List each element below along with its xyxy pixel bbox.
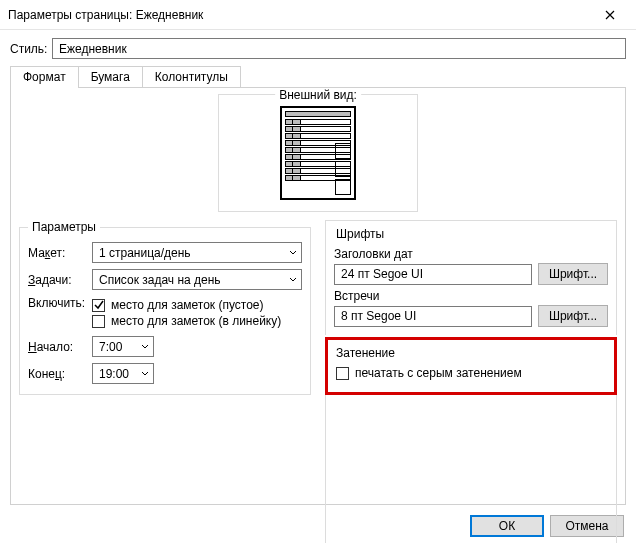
style-label: Стиль: — [10, 42, 52, 56]
right-spacer — [325, 395, 617, 543]
date-headers-value: 24 пт Segoe UI — [334, 264, 532, 285]
layout-combo[interactable] — [92, 242, 302, 263]
close-button[interactable] — [590, 1, 630, 29]
layout-input[interactable] — [92, 242, 302, 263]
layout-preview — [280, 106, 356, 200]
shading-checkbox-label: печатать с серым затенением — [355, 366, 522, 380]
shading-group-highlight: Затенение печатать с серым затенением — [325, 337, 617, 395]
parameters-legend: Параметры — [28, 220, 100, 234]
style-input[interactable]: Ежедневник — [52, 38, 626, 59]
shading-checkbox-row[interactable]: печатать с серым затенением — [336, 366, 606, 380]
tasks-combo[interactable] — [92, 269, 302, 290]
tab-format[interactable]: Формат — [10, 66, 79, 88]
date-headers-label: Заголовки дат — [334, 247, 608, 261]
parameters-group: Параметры Макет: Задачи: — [19, 220, 311, 395]
include-notes-lined-label: место для заметок (в линейку) — [111, 314, 281, 328]
include-notes-empty-label: место для заметок (пустое) — [111, 298, 264, 312]
end-label: Конец: — [28, 367, 92, 381]
include-notes-empty-row[interactable]: место для заметок (пустое) — [92, 298, 302, 312]
appointments-value: 8 пт Segoe UI — [334, 306, 532, 327]
start-label: Начало: — [28, 340, 92, 354]
include-label: Включить: — [28, 296, 92, 310]
tasks-label: Задачи: — [28, 273, 92, 287]
window-title: Параметры страницы: Ежедневник — [8, 8, 590, 22]
appearance-group: Внешний вид: — [218, 94, 418, 212]
end-input[interactable] — [92, 363, 154, 384]
font-button-appointments[interactable]: Шрифт... — [538, 305, 608, 327]
fonts-legend: Шрифты — [332, 227, 388, 241]
start-input[interactable] — [92, 336, 154, 357]
checkbox-print-shading[interactable] — [336, 367, 349, 380]
tab-paper[interactable]: Бумага — [78, 66, 143, 88]
end-combo[interactable] — [92, 363, 154, 384]
checkbox-notes-empty[interactable] — [92, 299, 105, 312]
checkbox-notes-lined[interactable] — [92, 315, 105, 328]
titlebar: Параметры страницы: Ежедневник — [0, 0, 636, 30]
layout-label: Макет: — [28, 246, 92, 260]
tab-headers-footers[interactable]: Колонтитулы — [142, 66, 241, 88]
appearance-legend: Внешний вид: — [275, 88, 361, 102]
include-notes-lined-row[interactable]: место для заметок (в линейку) — [92, 314, 302, 328]
style-value: Ежедневник — [59, 42, 127, 56]
tabs-bar: Формат Бумага Колонтитулы — [10, 65, 626, 87]
font-button-date-headers[interactable]: Шрифт... — [538, 263, 608, 285]
appointments-label: Встречи — [334, 289, 608, 303]
tab-panel: Внешний вид: — [10, 87, 626, 505]
tasks-input[interactable] — [92, 269, 302, 290]
appearance-frame — [218, 94, 418, 212]
style-row: Стиль: Ежедневник — [10, 38, 626, 59]
shading-legend: Затенение — [336, 346, 606, 360]
close-icon — [605, 10, 615, 20]
start-combo[interactable] — [92, 336, 154, 357]
